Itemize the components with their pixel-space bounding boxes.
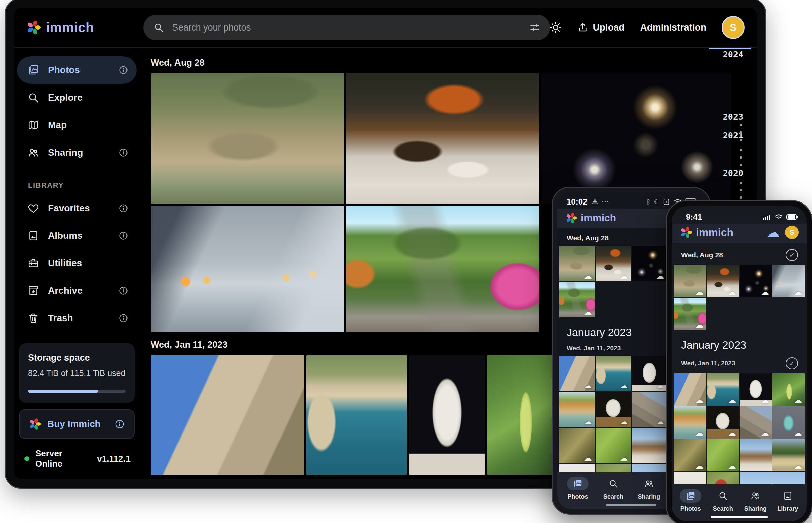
info-icon[interactable] bbox=[118, 65, 128, 75]
sidebar-label: Albums bbox=[48, 230, 83, 241]
photo-stone-ruins[interactable] bbox=[740, 406, 772, 438]
photo-fortress-wall[interactable] bbox=[559, 356, 594, 391]
cloud-sync-icon[interactable]: ☁ bbox=[766, 226, 780, 239]
info-icon[interactable] bbox=[118, 147, 128, 158]
photo-farm-village[interactable] bbox=[773, 439, 805, 471]
search-icon bbox=[608, 479, 618, 489]
filter-sliders-icon[interactable] bbox=[529, 22, 540, 33]
user-avatar[interactable]: S bbox=[722, 16, 745, 39]
photo-marble-sculpture[interactable] bbox=[707, 406, 739, 438]
photo-zoo-monkeys[interactable] bbox=[559, 246, 594, 281]
photo-tiered-ornament[interactable] bbox=[773, 406, 805, 438]
photo-winter-church[interactable] bbox=[740, 439, 772, 471]
cellular-signal-icon bbox=[762, 214, 771, 220]
nav-label: Photos bbox=[680, 505, 701, 512]
administration-button[interactable]: Administration bbox=[640, 22, 706, 33]
nav-photos[interactable]: Photos bbox=[674, 489, 707, 512]
photo-fortress-wall[interactable] bbox=[674, 374, 706, 405]
photo-sea-grapes[interactable] bbox=[487, 355, 562, 475]
photo-fireworks[interactable] bbox=[541, 73, 731, 203]
timeline-year[interactable]: 2020 bbox=[723, 168, 743, 178]
sidebar-item-albums[interactable]: Albums bbox=[17, 222, 137, 249]
photo-marble-bust[interactable] bbox=[632, 356, 667, 391]
sidebar-item-explore[interactable]: Explore bbox=[17, 84, 137, 111]
photo-lizard-rocks[interactable] bbox=[674, 439, 706, 471]
theme-sun-icon[interactable] bbox=[549, 21, 562, 34]
nav-sharing[interactable]: Sharing bbox=[633, 477, 665, 500]
sidebar-label: Explore bbox=[48, 92, 83, 103]
photo-marble-bust[interactable] bbox=[740, 374, 772, 405]
search-icon bbox=[153, 22, 164, 33]
ios-status-bar: 9:41 bbox=[672, 206, 807, 223]
sidebar-item-photos[interactable]: Photos bbox=[17, 56, 137, 84]
month-header: January 2023 bbox=[673, 330, 805, 351]
timeline-cursor[interactable] bbox=[709, 48, 750, 49]
photo-lizard-moss[interactable] bbox=[595, 428, 631, 463]
photos-icon bbox=[573, 479, 583, 489]
home-indicator[interactable] bbox=[606, 504, 656, 506]
photo-beach-cliff[interactable] bbox=[674, 406, 706, 438]
photo-holding-hands[interactable] bbox=[773, 265, 805, 297]
timeline-year[interactable]: 2024 bbox=[723, 50, 743, 59]
info-icon[interactable] bbox=[118, 203, 128, 213]
info-icon[interactable] bbox=[118, 286, 128, 296]
sharing-people-icon bbox=[750, 491, 760, 501]
photo-marble-bust[interactable] bbox=[409, 355, 485, 475]
photo-fireworks[interactable] bbox=[740, 265, 772, 297]
date-group-header: Wed, Aug 28 bbox=[151, 58, 757, 68]
screenshot-stage: immich Search your photos bbox=[0, 0, 812, 523]
photo-coastal-fortress[interactable] bbox=[707, 374, 739, 405]
photo-fortress-wall[interactable] bbox=[151, 355, 304, 475]
sidebar-item-archive[interactable]: Archive bbox=[17, 277, 137, 304]
photo-holding-hands[interactable] bbox=[151, 205, 344, 332]
photo-zoo-monkeys[interactable] bbox=[674, 265, 706, 297]
sidebar-item-trash[interactable]: Trash bbox=[17, 304, 137, 332]
immich-flower-icon bbox=[680, 226, 693, 239]
photo-lizard-moss[interactable] bbox=[707, 439, 739, 471]
photo-autumn-dinner[interactable] bbox=[346, 73, 539, 203]
info-icon[interactable] bbox=[115, 419, 125, 430]
administration-label: Administration bbox=[640, 22, 706, 33]
select-all-icon[interactable]: ✓ bbox=[786, 357, 798, 369]
sidebar-item-sharing[interactable]: Sharing bbox=[17, 139, 137, 166]
photo-autumn-dinner[interactable] bbox=[595, 246, 631, 281]
photo-stone-ruins[interactable] bbox=[632, 392, 667, 427]
photo-lizard-rocks[interactable] bbox=[559, 428, 594, 463]
date-group-header: Wed, Aug 28 bbox=[567, 234, 609, 242]
home-indicator[interactable] bbox=[711, 516, 768, 518]
photo-autumn-park-path[interactable] bbox=[674, 298, 706, 330]
photo-beach-cliff[interactable] bbox=[559, 392, 594, 427]
date-group-header: Wed, Aug 28 bbox=[681, 251, 723, 259]
sidebar-item-map[interactable]: Map bbox=[17, 111, 137, 139]
sidebar-label: Trash bbox=[48, 313, 73, 324]
photo-zoo-monkeys[interactable] bbox=[151, 73, 344, 203]
nav-search[interactable]: Search bbox=[597, 477, 629, 500]
buy-immich-button[interactable]: Buy Immich bbox=[19, 409, 135, 439]
nav-sharing[interactable]: Sharing bbox=[739, 489, 772, 512]
photo-sea-grapes[interactable] bbox=[773, 374, 805, 405]
photo-fireworks[interactable] bbox=[632, 246, 667, 281]
nav-label: Sharing bbox=[638, 493, 660, 500]
sidebar-item-favorites[interactable]: Favorites bbox=[17, 195, 137, 222]
photo-autumn-park-path[interactable] bbox=[559, 282, 594, 318]
logo-text: immich bbox=[46, 20, 94, 35]
nav-photos[interactable]: Photos bbox=[562, 477, 594, 500]
info-icon[interactable] bbox=[118, 231, 128, 241]
sidebar-label: Archive bbox=[48, 285, 83, 296]
search-input[interactable]: Search your photos bbox=[143, 15, 550, 40]
select-all-icon[interactable]: ✓ bbox=[786, 249, 798, 261]
user-avatar[interactable]: S bbox=[785, 226, 799, 239]
sidebar-item-utilities[interactable]: Utilities bbox=[17, 249, 137, 277]
photo-marble-sculpture[interactable] bbox=[595, 392, 631, 427]
photo-coastal-fortress[interactable] bbox=[595, 356, 631, 391]
nav-library[interactable]: Library bbox=[772, 489, 804, 512]
photo-autumn-dinner[interactable] bbox=[707, 265, 739, 297]
photo-autumn-park-path[interactable] bbox=[346, 205, 539, 332]
logo-text: immich bbox=[696, 226, 733, 239]
nav-search[interactable]: Search bbox=[707, 489, 739, 512]
photo-coastal-fortress[interactable] bbox=[306, 355, 407, 475]
timeline-year[interactable]: 2023 bbox=[723, 112, 743, 122]
upload-button[interactable]: Upload bbox=[577, 22, 625, 33]
info-icon[interactable] bbox=[118, 313, 128, 323]
photo-winter-church[interactable] bbox=[632, 428, 667, 463]
